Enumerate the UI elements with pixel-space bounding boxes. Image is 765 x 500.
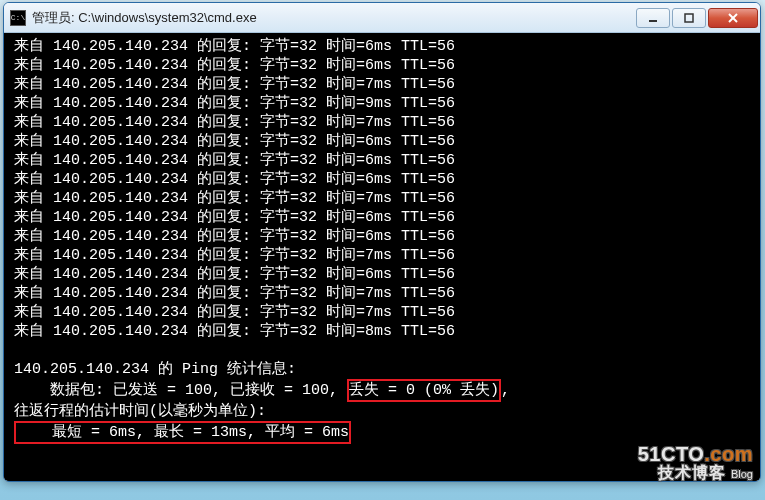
window-title: 管理员: C:\windows\system32\cmd.exe — [32, 9, 257, 27]
titlebar[interactable]: C:\ 管理员: C:\windows\system32\cmd.exe — [4, 3, 760, 33]
svg-rect-1 — [685, 14, 693, 22]
minimize-button[interactable] — [636, 8, 670, 28]
maximize-button[interactable] — [672, 8, 706, 28]
close-button[interactable] — [708, 8, 758, 28]
watermark-line1: 51CTO.com — [638, 444, 753, 465]
cmd-window: C:\ 管理员: C:\windows\system32\cmd.exe 来自 … — [3, 2, 761, 482]
watermark-line2: 技术博客 Blog — [638, 465, 753, 482]
cmd-icon: C:\ — [10, 10, 26, 26]
maximize-icon — [684, 13, 694, 23]
minimize-icon — [648, 13, 658, 23]
console-output[interactable]: 来自 140.205.140.234 的回复: 字节=32 时间=6ms TTL… — [4, 33, 760, 481]
watermark: 51CTO.com 技术博客 Blog — [638, 444, 753, 482]
window-controls — [634, 8, 760, 28]
rtt-highlight: 最短 = 6ms, 最长 = 13ms, 平均 = 6ms — [14, 421, 351, 444]
loss-highlight: 丢失 = 0 (0% 丢失) — [347, 379, 501, 402]
close-icon — [727, 13, 739, 23]
